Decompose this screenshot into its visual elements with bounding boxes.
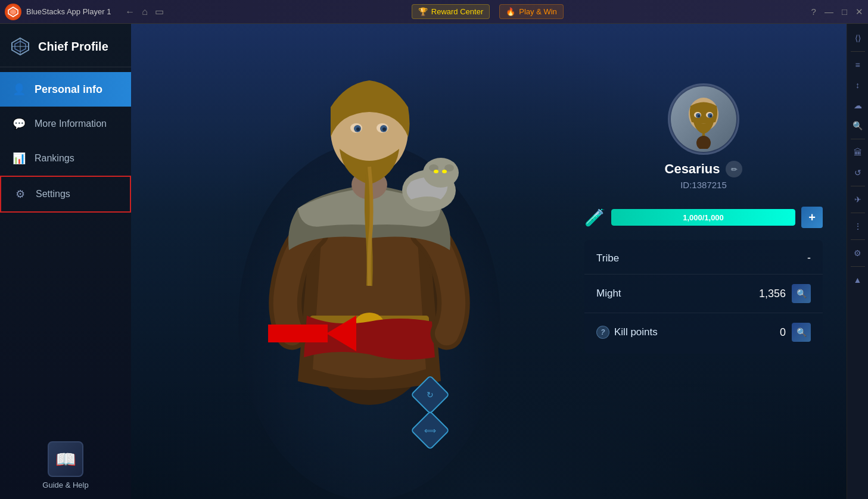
add-health-button[interactable]: + (801, 207, 823, 228)
toolbar-cloud-button[interactable]: ☁ (848, 96, 867, 115)
red-arrow-body (268, 325, 328, 342)
svg-point-23 (434, 170, 438, 173)
reward-center-button[interactable]: 🏆 Reward Center (412, 4, 490, 19)
reward-center-label: Reward Center (431, 7, 483, 16)
red-arrow-indicator (268, 316, 356, 351)
svg-point-35 (696, 136, 711, 149)
kill-points-search-button[interactable]: 🔍 (792, 323, 811, 342)
sidebar: Chief Profile 👤 Personal info 💬 More Inf… (0, 24, 131, 499)
toolbar-menu-button[interactable]: ≡ (848, 55, 867, 74)
svg-point-16 (356, 127, 360, 131)
more-info-label: More Information (35, 118, 107, 129)
add-icon: + (808, 211, 816, 224)
toolbar-separator-1 (851, 51, 865, 52)
might-value: 1,356 (759, 288, 786, 300)
chief-profile-icon (10, 36, 31, 57)
back-button[interactable]: ← (125, 7, 135, 17)
toolbar-scroll-button[interactable]: ↕ (848, 76, 867, 95)
red-arrow-head (326, 316, 356, 351)
edit-name-button[interactable]: ✏ (726, 161, 742, 177)
might-label: Might (596, 288, 621, 300)
health-bar: 1,000/1,000 (611, 209, 795, 226)
svg-point-33 (698, 115, 700, 117)
toolbar-separator-3 (851, 186, 865, 186)
toolbar-more-button[interactable]: ⋮ (848, 217, 867, 236)
reward-icon: 🏆 (418, 7, 428, 16)
tribe-stat-row: Tribe - (584, 242, 823, 275)
svg-point-22 (442, 170, 447, 173)
svg-text:⟺: ⟺ (424, 426, 436, 435)
main-content: Chief Profile 👤 Personal info 💬 More Inf… (0, 24, 868, 499)
svg-point-19 (423, 158, 459, 188)
health-potion-icon: 🧪 (584, 208, 605, 227)
personal-info-label: Personal info (35, 83, 102, 96)
toolbar-flight-button[interactable]: ✈ (848, 190, 867, 209)
settings-icon: ⚙ (13, 188, 27, 201)
edit-icon: ✏ (731, 165, 738, 174)
toolbar-separator-2 (851, 139, 865, 139)
health-bar-row: 🧪 1,000/1,000 + (584, 207, 823, 228)
settings-label: Settings (36, 189, 70, 199)
title-bar-right: ? — □ ✕ (811, 7, 863, 17)
help-button[interactable]: ? (811, 7, 816, 17)
player-info-panel: Cesarius ✏ ID:1387215 🧪 1,000/1,000 + (584, 83, 823, 354)
title-bar-left: BlueStacks App Player 1 ← ⌂ ▭ (5, 4, 164, 20)
toolbar-top-button[interactable]: ▲ (848, 270, 867, 289)
kill-points-stat-row: ? Kill points 0 🔍 (584, 313, 823, 351)
stats-section: Tribe - Might 1,356 🔍 (584, 240, 823, 354)
player-name-row: Cesarius ✏ (665, 161, 743, 177)
nav-items: 👤 Personal info 💬 More Information 📊 Ran… (0, 67, 131, 432)
sidebar-item-settings[interactable]: ⚙ Settings (0, 176, 131, 213)
toolbar-search-button[interactable]: 🔍 (848, 116, 867, 135)
toolbar-building-button[interactable]: 🏛 (848, 143, 867, 162)
tribe-label: Tribe (596, 252, 619, 264)
kill-points-value: 0 (762, 326, 786, 339)
sidebar-item-more-information[interactable]: 💬 More Information (0, 107, 131, 141)
right-toolbar: ⟨⟩ ≡ ↕ ☁ 🔍 🏛 ↺ ✈ ⋮ ⚙ ▲ (847, 24, 868, 499)
title-bar: BlueStacks App Player 1 ← ⌂ ▭ 🏆 Reward C… (0, 0, 868, 24)
sidebar-item-personal-info[interactable]: 👤 Personal info (0, 72, 131, 107)
guide-help-label: Guide & Help (42, 481, 88, 489)
kill-points-search-icon: 🔍 (797, 328, 807, 337)
play-win-icon: 🔥 (506, 7, 515, 16)
toolbar-separator-4 (851, 213, 865, 213)
guide-help-section[interactable]: 📖 Guide & Help (0, 432, 131, 499)
minimize-button[interactable]: — (825, 7, 833, 17)
maximize-button[interactable]: □ (842, 7, 847, 17)
might-search-button[interactable]: 🔍 (792, 284, 811, 303)
svg-text:↻: ↻ (427, 390, 434, 400)
toolbar-separator-6 (851, 266, 865, 267)
tribe-value-row: - (787, 252, 811, 264)
play-win-label: Play & Win (519, 7, 557, 16)
toolbar-settings-button[interactable]: ⚙ (848, 244, 867, 263)
toolbar-rotate-button[interactable]: ↺ (848, 163, 867, 182)
player-id: ID:1387215 (680, 180, 727, 190)
kill-points-label: ? Kill points (596, 326, 658, 339)
game-area: ↻ ⟺ (131, 24, 847, 499)
player-name: Cesarius (665, 161, 720, 177)
svg-marker-1 (10, 9, 16, 15)
multi-instance-button[interactable]: ▭ (155, 6, 164, 17)
avatar-section: Cesarius ✏ ID:1387215 (584, 83, 823, 190)
home-button[interactable]: ⌂ (142, 7, 148, 17)
close-button[interactable]: ✕ (855, 7, 863, 17)
svg-point-34 (710, 115, 712, 117)
rankings-label: Rankings (35, 153, 74, 164)
rankings-icon: 📊 (12, 152, 26, 165)
kill-points-value-row: 0 🔍 (762, 323, 811, 342)
avatar (668, 83, 739, 155)
more-info-icon: 💬 (12, 117, 26, 130)
play-win-button[interactable]: 🔥 Play & Win (499, 4, 564, 19)
app-name-label: BlueStacks App Player 1 (26, 7, 111, 16)
kill-points-help-icon[interactable]: ? (596, 326, 609, 339)
page-title: Chief Profile (38, 40, 108, 54)
profile-header: Chief Profile (0, 24, 131, 67)
toolbar-separator-5 (851, 239, 865, 240)
sidebar-item-rankings[interactable]: 📊 Rankings (0, 141, 131, 176)
svg-point-17 (382, 127, 386, 131)
avatar-image (671, 86, 736, 152)
toolbar-expand-button[interactable]: ⟨⟩ (848, 29, 867, 48)
title-bar-nav: ← ⌂ ▭ (125, 6, 164, 17)
tribe-value: - (787, 252, 811, 264)
bluestacks-logo (5, 4, 21, 20)
